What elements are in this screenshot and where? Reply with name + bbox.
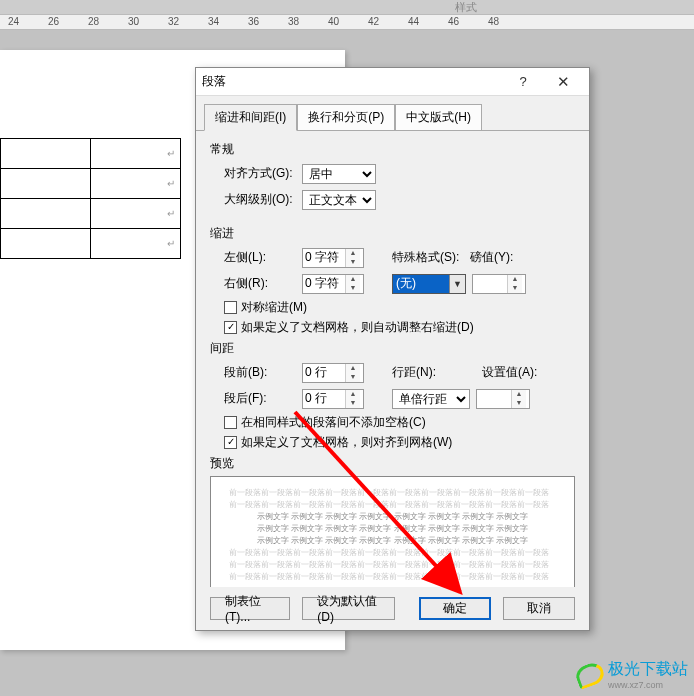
special-format-label: 特殊格式(S): xyxy=(392,249,464,266)
at-spinner[interactable]: ▲▼ xyxy=(476,389,530,409)
ruler-mark: 48 xyxy=(488,16,499,27)
help-button[interactable]: ? xyxy=(503,74,543,89)
spinner-arrows-icon[interactable]: ▲▼ xyxy=(345,275,360,293)
table-row: ↵ xyxy=(1,229,181,259)
alignment-label: 对齐方式(G): xyxy=(224,165,296,182)
table-cell[interactable]: ↵ xyxy=(91,229,181,259)
ruler-mark: 38 xyxy=(288,16,299,27)
alignment-select[interactable]: 居中 xyxy=(302,164,376,184)
table-row: ↵ xyxy=(1,199,181,229)
table-cell[interactable] xyxy=(1,199,91,229)
special-format-value: (无) xyxy=(393,275,449,292)
indent-left-spinner[interactable]: ▲▼ xyxy=(302,248,364,268)
ruler-mark: 30 xyxy=(128,16,139,27)
at-label: 设置值(A): xyxy=(482,364,542,381)
ruler-mark: 42 xyxy=(368,16,379,27)
preview-line: 前一段落前一段落前一段落前一段落前一段落前一段落前一段落前一段落前一段落前一段落 xyxy=(229,499,556,511)
space-after-input[interactable] xyxy=(303,390,345,408)
mirror-indents-checkbox[interactable] xyxy=(224,301,237,314)
preview-line: 前一段落前一段落前一段落前一段落前一段落前一段落前一段落前一段落前一段落前一段落 xyxy=(229,571,556,583)
group-indent-heading: 缩进 xyxy=(210,225,575,242)
horizontal-ruler[interactable]: 24 26 28 30 32 34 36 38 40 42 44 46 48 xyxy=(0,14,694,30)
space-before-input[interactable] xyxy=(303,364,345,382)
spinner-arrows-icon[interactable]: ▲▼ xyxy=(345,390,360,408)
watermark: 极光下载站 www.xz7.com xyxy=(576,659,688,690)
indent-left-input[interactable] xyxy=(303,249,345,267)
tabs-button[interactable]: 制表位(T)... xyxy=(210,597,290,620)
preview-line: 示例文字 示例文字 示例文字 示例文字 示例文字 示例文字 示例文字 示例文字 xyxy=(229,535,556,547)
table-cell[interactable] xyxy=(1,139,91,169)
indent-right-input[interactable] xyxy=(303,275,345,293)
indent-right-label: 右侧(R): xyxy=(224,275,296,292)
ruler-mark: 24 xyxy=(8,16,19,27)
space-before-spinner[interactable]: ▲▼ xyxy=(302,363,364,383)
no-space-same-style-checkbox[interactable] xyxy=(224,416,237,429)
chevron-down-icon[interactable]: ▼ xyxy=(449,275,465,293)
tab-asian-typography[interactable]: 中文版式(H) xyxy=(395,104,482,131)
preview-line: 前一段落前一段落前一段落前一段落前一段落前一段落前一段落前一段落前一段落前一段落 xyxy=(229,559,556,571)
dialog-titlebar[interactable]: 段落 ? ✕ xyxy=(196,68,589,96)
ruler-mark: 28 xyxy=(88,16,99,27)
space-before-label: 段前(B): xyxy=(224,364,296,381)
outline-level-select[interactable]: 正文文本 xyxy=(302,190,376,210)
watermark-text: 极光下载站 xyxy=(608,659,688,680)
preview-line: 前一段落前一段落前一段落前一段落前一段落前一段落前一段落前一段落前一段落前一段落 xyxy=(229,487,556,499)
dialog-tabs: 缩进和间距(I) 换行和分页(P) 中文版式(H) xyxy=(196,96,589,131)
table-cell[interactable] xyxy=(1,229,91,259)
close-button[interactable]: ✕ xyxy=(543,73,583,91)
set-default-button[interactable]: 设为默认值(D) xyxy=(302,597,395,620)
by-label: 磅值(Y): xyxy=(470,249,522,266)
indent-left-label: 左侧(L): xyxy=(224,249,296,266)
spinner-arrows-icon[interactable]: ▲▼ xyxy=(507,275,522,293)
line-spacing-select[interactable]: 单倍行距 xyxy=(392,389,470,409)
spinner-arrows-icon[interactable]: ▲▼ xyxy=(345,249,360,267)
preview-heading: 预览 xyxy=(210,455,575,472)
auto-adjust-right-indent-checkbox[interactable]: ✓ xyxy=(224,321,237,334)
snap-to-grid-label: 如果定义了文档网格，则对齐到网格(W) xyxy=(241,434,452,451)
ruler-mark: 32 xyxy=(168,16,179,27)
paragraph-dialog: 段落 ? ✕ 缩进和间距(I) 换行和分页(P) 中文版式(H) 常规 对齐方式… xyxy=(195,67,590,631)
tab-indents-spacing[interactable]: 缩进和间距(I) xyxy=(204,104,297,131)
by-spinner[interactable]: ▲▼ xyxy=(472,274,526,294)
dialog-button-row: 制表位(T)... 设为默认值(D) 确定 取消 xyxy=(196,587,589,630)
ruler-mark: 44 xyxy=(408,16,419,27)
table-cell[interactable] xyxy=(1,169,91,199)
spinner-arrows-icon[interactable]: ▲▼ xyxy=(345,364,360,382)
table-row: ↵ xyxy=(1,139,181,169)
watermark-logo-icon xyxy=(573,659,607,689)
table-cell[interactable]: ↵ xyxy=(91,169,181,199)
by-input[interactable] xyxy=(473,275,507,293)
preview-line: 前一段落前一段落前一段落前一段落前一段落前一段落前一段落前一段落前一段落前一段落 xyxy=(229,547,556,559)
at-input[interactable] xyxy=(477,390,511,408)
outline-level-label: 大纲级别(O): xyxy=(224,191,296,208)
line-spacing-label: 行距(N): xyxy=(392,364,452,381)
table-cell[interactable]: ↵ xyxy=(91,199,181,229)
ruler-mark: 36 xyxy=(248,16,259,27)
table-cell[interactable]: ↵ xyxy=(91,139,181,169)
space-after-label: 段后(F): xyxy=(224,390,296,407)
cancel-button[interactable]: 取消 xyxy=(503,597,575,620)
dialog-title: 段落 xyxy=(202,73,503,90)
document-table[interactable]: ↵ ↵ ↵ ↵ xyxy=(0,138,181,259)
preview-box: 前一段落前一段落前一段落前一段落前一段落前一段落前一段落前一段落前一段落前一段落… xyxy=(210,476,575,587)
special-format-select[interactable]: (无) ▼ xyxy=(392,274,466,294)
indent-right-spinner[interactable]: ▲▼ xyxy=(302,274,364,294)
spinner-arrows-icon[interactable]: ▲▼ xyxy=(511,390,526,408)
watermark-url: www.xz7.com xyxy=(608,680,688,690)
auto-adjust-right-indent-label: 如果定义了文档网格，则自动调整右缩进(D) xyxy=(241,319,474,336)
table-row: ↵ xyxy=(1,169,181,199)
mirror-indents-label: 对称缩进(M) xyxy=(241,299,307,316)
snap-to-grid-checkbox[interactable]: ✓ xyxy=(224,436,237,449)
ruler-mark: 40 xyxy=(328,16,339,27)
ok-button[interactable]: 确定 xyxy=(419,597,491,620)
group-spacing-heading: 间距 xyxy=(210,340,575,357)
preview-line: 示例文字 示例文字 示例文字 示例文字 示例文字 示例文字 示例文字 示例文字 xyxy=(229,511,556,523)
group-general-heading: 常规 xyxy=(210,141,575,158)
no-space-same-style-label: 在相同样式的段落间不添加空格(C) xyxy=(241,414,426,431)
space-after-spinner[interactable]: ▲▼ xyxy=(302,389,364,409)
ruler-mark: 34 xyxy=(208,16,219,27)
preview-line: 示例文字 示例文字 示例文字 示例文字 示例文字 示例文字 示例文字 示例文字 xyxy=(229,523,556,535)
ruler-mark: 26 xyxy=(48,16,59,27)
tab-line-page-breaks[interactable]: 换行和分页(P) xyxy=(297,104,395,131)
ribbon-styles-label: 样式 xyxy=(455,0,477,15)
